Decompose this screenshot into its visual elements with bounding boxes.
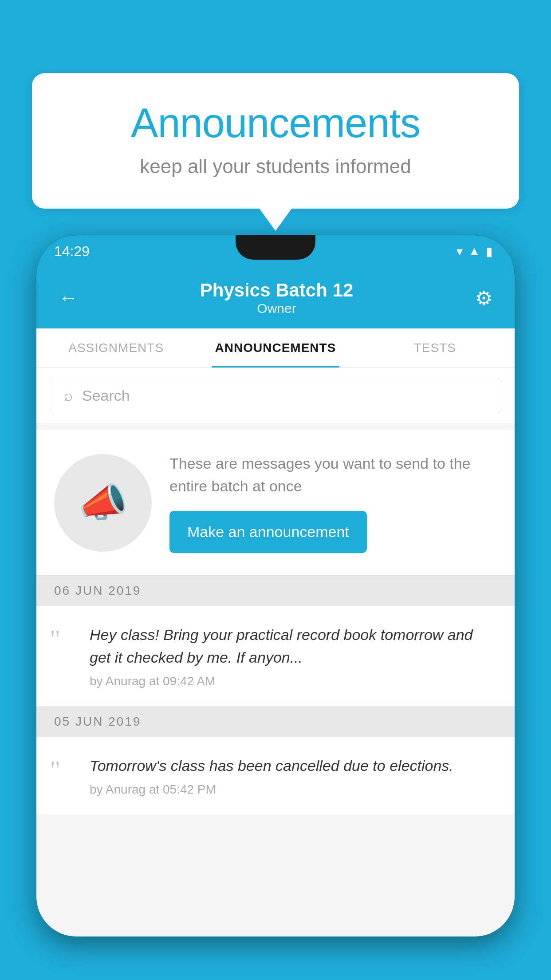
make-announcement-button[interactable]: Make an announcement — [169, 511, 367, 553]
megaphone-icon: 📣 — [78, 479, 128, 526]
megaphone-circle: 📣 — [54, 454, 152, 552]
header-subtitle: Owner — [200, 301, 354, 316]
search-placeholder: Search — [82, 387, 130, 404]
quote-icon-1: " — [50, 624, 76, 688]
tab-tests[interactable]: TESTS — [355, 328, 515, 368]
announcement-meta-2: by Anurag at 05:42 PM — [90, 782, 497, 797]
search-bar[interactable]: ⌕ Search — [50, 378, 501, 413]
tab-assignments[interactable]: ASSIGNMENTS — [36, 328, 196, 368]
date-divider-2: 05 JUN 2019 — [36, 707, 515, 737]
phone-screen: 14:29 ▾ ▲ ▮ ← Physics Batch 12 Owner ⚙ — [36, 235, 515, 937]
bubble-subtitle: keep all your students informed — [67, 155, 484, 178]
header-title: Physics Batch 12 — [200, 280, 354, 301]
search-icon: ⌕ — [63, 386, 73, 405]
announcement-item-2: " Tomorrow's class has been cancelled du… — [36, 737, 515, 815]
battery-icon: ▮ — [486, 244, 492, 259]
content-area: ⌕ Search 📣 These are messages you want t… — [36, 368, 515, 937]
announcement-item-1: " Hey class! Bring your practical record… — [36, 606, 515, 707]
intro-right: These are messages you want to send to t… — [169, 452, 497, 553]
phone-container: 14:29 ▾ ▲ ▮ ← Physics Batch 12 Owner ⚙ — [36, 235, 515, 980]
announcement-content-1: Hey class! Bring your practical record b… — [90, 624, 497, 688]
announcement-intro: 📣 These are messages you want to send to… — [36, 430, 515, 576]
status-icons: ▾ ▲ ▮ — [457, 244, 492, 259]
announcement-content-2: Tomorrow's class has been cancelled due … — [90, 755, 497, 797]
app-header: ← Physics Batch 12 Owner ⚙ — [36, 267, 515, 328]
announcement-text-2: Tomorrow's class has been cancelled due … — [90, 755, 497, 777]
intro-description: These are messages you want to send to t… — [169, 452, 497, 498]
announcement-text-1: Hey class! Bring your practical record b… — [90, 624, 497, 669]
search-container: ⌕ Search — [36, 368, 515, 423]
tab-bar: ASSIGNMENTS ANNOUNCEMENTS TESTS — [36, 328, 515, 368]
announcement-meta-1: by Anurag at 09:42 AM — [90, 674, 497, 688]
speech-bubble: Announcements keep all your students inf… — [32, 73, 519, 209]
status-time: 14:29 — [54, 243, 90, 260]
back-button[interactable]: ← — [59, 287, 78, 309]
phone-frame: 14:29 ▾ ▲ ▮ ← Physics Batch 12 Owner ⚙ — [36, 235, 515, 937]
header-center: Physics Batch 12 Owner — [200, 280, 354, 316]
speech-bubble-container: Announcements keep all your students inf… — [32, 73, 519, 209]
bubble-title: Announcements — [67, 100, 484, 146]
date-divider-1: 06 JUN 2019 — [36, 576, 515, 606]
settings-icon[interactable]: ⚙ — [475, 287, 492, 309]
phone-notch — [236, 235, 315, 260]
wifi-icon: ▾ — [457, 244, 463, 259]
tab-announcements[interactable]: ANNOUNCEMENTS — [196, 328, 355, 368]
quote-icon-2: " — [50, 755, 76, 797]
signal-icon: ▲ — [468, 244, 480, 258]
